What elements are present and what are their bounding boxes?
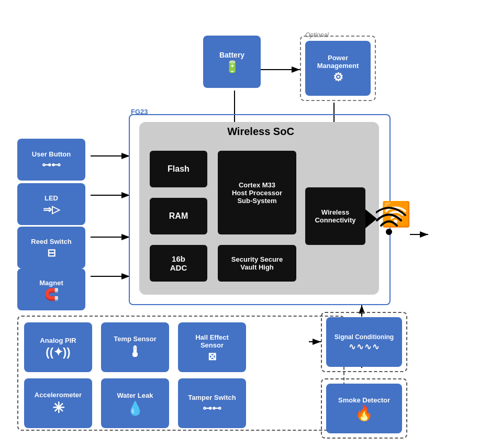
accel-icon: ✳ (52, 401, 64, 416)
battery-box: Battery 🔋 (203, 36, 261, 88)
fg23-label: FG23 (131, 108, 148, 116)
smoke-detector-box: Smoke Detector 🔥 (326, 384, 402, 433)
temp-icon: 🌡 (128, 345, 142, 360)
hall-effect-box: Hall EffectSensor ⊠ (178, 322, 246, 372)
smoke-icon: 🔥 (355, 406, 373, 421)
svg-point-13 (386, 229, 392, 235)
power-mgmt-box: PowerManagement ⚙ (305, 41, 371, 96)
accelerometer-box: Accelerometer ✳ (24, 378, 92, 428)
smoke-detector-container: Smoke Detector 🔥 (321, 378, 407, 439)
adc-box: 16bADC (150, 245, 207, 282)
tamper-icon: ⊶⊷ (203, 404, 221, 413)
battery-label: Battery (219, 51, 244, 59)
signal-cond-box: Signal Conditioning ∿∿∿∿ (326, 317, 402, 367)
reed-switch-icon: ⊟ (47, 248, 56, 258)
ram-box: RAM (150, 198, 207, 234)
hall-icon: ⊠ (208, 351, 217, 362)
user-button-icon: ⊶⊷ (42, 160, 61, 170)
water-icon: 💧 (127, 401, 143, 415)
battery-icon: 🔋 (225, 61, 239, 73)
signal-cond-container: Signal Conditioning ∿∿∿∿ (321, 312, 407, 372)
wireless-box: WirelessConnectivity (305, 187, 365, 245)
magnet-icon: 🧲 (44, 289, 59, 300)
wifi-svg (376, 200, 418, 242)
signal-icon: ∿∿∿∿ (349, 343, 380, 351)
reed-switch-box: Reed Switch ⊟ (17, 227, 85, 268)
diagram: Battery 🔋 Optional PowerManagement ⚙ FG2… (9, 9, 481, 439)
user-button-box: User Button ⊶⊷ (17, 139, 85, 181)
led-box: LED ⇒▷ (17, 183, 85, 225)
power-mgmt-container: PowerManagement ⚙ (300, 36, 376, 101)
power-mgmt-label: PowerManagement (317, 54, 359, 70)
temp-sensor-box: Temp Sensor 🌡 (101, 322, 169, 372)
analog-pir-box: Analog PIR ((✦)) (24, 322, 92, 372)
power-icon: ⚙ (333, 72, 343, 83)
water-leak-box: Water Leak 💧 (101, 378, 169, 428)
antenna-triangle (365, 209, 377, 228)
flash-box: Flash (150, 151, 207, 187)
security-box: Security SecureVault High (218, 245, 296, 282)
pir-icon: ((✦)) (46, 346, 70, 358)
tamper-switch-box: Tamper Switch ⊶⊷ (178, 378, 246, 428)
cortex-box: Cortex M33Host ProcessorSub-System (218, 151, 296, 234)
led-icon: ⇒▷ (43, 204, 60, 215)
magnet-box: Magnet 🧲 (17, 268, 85, 310)
soc-title: Wireless SoC (187, 126, 334, 138)
